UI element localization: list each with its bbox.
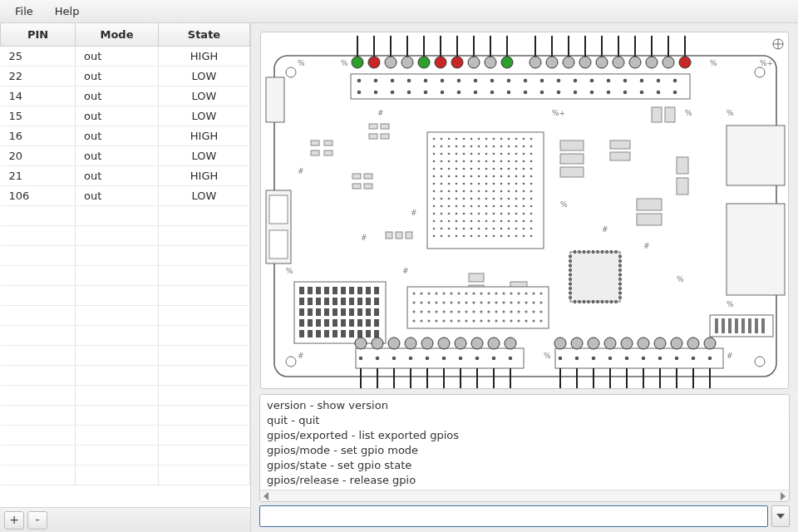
svg-point-113: [493, 138, 495, 140]
table-row[interactable]: 25outHIGH: [1, 47, 250, 66]
svg-point-101: [663, 57, 674, 68]
table-row[interactable]: 22outLOW: [1, 66, 250, 86]
svg-rect-23: [351, 74, 690, 99]
svg-point-467: [465, 310, 467, 313]
cell-pin: 25: [1, 47, 76, 66]
cell-state: LOW: [159, 66, 250, 86]
col-header-state[interactable]: State: [159, 23, 250, 47]
svg-point-505: [392, 357, 397, 361]
svg-point-435: [495, 292, 497, 294]
cell-mode: out: [76, 126, 159, 146]
svg-point-215: [523, 190, 525, 193]
svg-point-118: [530, 138, 533, 140]
svg-rect-327: [618, 283, 622, 285]
svg-point-58: [590, 91, 594, 95]
table-row[interactable]: 21outHIGH: [1, 166, 250, 186]
svg-point-156: [500, 160, 503, 163]
svg-rect-403: [299, 319, 304, 327]
svg-point-288: [441, 235, 443, 238]
svg-point-175: [433, 175, 436, 178]
col-header-mode[interactable]: Mode: [76, 23, 159, 47]
table-row[interactable]: [1, 446, 250, 466]
svg-point-494: [532, 319, 534, 322]
right-panel: %%%%+###%#%##%%%#%#%%+# version - show v…: [251, 23, 798, 532]
table-row[interactable]: 106outLOW: [1, 186, 250, 206]
cell-mode: out: [76, 47, 159, 66]
svg-point-500: [372, 337, 383, 349]
svg-point-491: [510, 319, 512, 322]
menu-file[interactable]: File: [7, 2, 42, 21]
menu-help[interactable]: Help: [47, 2, 88, 21]
svg-point-426: [427, 292, 430, 294]
table-row[interactable]: [1, 266, 250, 286]
svg-point-204: [441, 190, 443, 193]
svg-point-139: [478, 153, 480, 155]
table-row[interactable]: [1, 386, 250, 406]
svg-point-42: [657, 79, 661, 83]
table-row[interactable]: 15outLOW: [1, 106, 250, 126]
command-input[interactable]: [259, 505, 768, 527]
table-row[interactable]: 14outLOW: [1, 86, 250, 106]
svg-rect-344: [311, 150, 319, 155]
svg-rect-335: [618, 292, 622, 294]
svg-point-461: [420, 310, 422, 313]
col-header-pin[interactable]: PIN: [1, 23, 76, 47]
cell-state: HIGH: [159, 126, 250, 146]
table-row[interactable]: [1, 226, 250, 246]
svg-point-232: [441, 205, 443, 208]
svg-point-432: [472, 292, 475, 294]
svg-point-37: [574, 79, 578, 83]
left-panel: PIN Mode State 25outHIGH22outLOW14outLOW…: [0, 23, 251, 532]
svg-point-79: [468, 57, 480, 68]
svg-point-266: [485, 220, 488, 223]
svg-point-1: [286, 67, 296, 77]
svg-point-159: [523, 160, 525, 163]
table-row[interactable]: [1, 426, 250, 446]
svg-point-239: [493, 205, 495, 208]
table-row[interactable]: [1, 286, 250, 306]
table-row[interactable]: [1, 366, 250, 386]
svg-point-93: [596, 57, 608, 68]
svg-point-463: [435, 310, 437, 313]
cell-mode: out: [76, 66, 159, 86]
svg-rect-314: [569, 269, 572, 272]
remove-row-button[interactable]: -: [27, 511, 47, 530]
svg-rect-398: [341, 308, 346, 316]
svg-point-499: [359, 357, 363, 361]
table-row[interactable]: [1, 466, 250, 485]
svg-point-506: [405, 337, 416, 349]
svg-point-554: [692, 357, 696, 361]
svg-point-549: [671, 337, 682, 349]
svg-point-425: [420, 292, 422, 294]
svg-rect-22: [761, 318, 765, 333]
console-h-scrollbar[interactable]: [260, 490, 789, 501]
svg-point-48: [424, 91, 428, 95]
table-row[interactable]: 20outLOW: [1, 146, 250, 166]
svg-point-433: [480, 292, 482, 294]
add-row-button[interactable]: +: [4, 511, 24, 530]
svg-point-540: [621, 337, 633, 349]
table-row[interactable]: [1, 246, 250, 266]
svg-point-439: [525, 292, 527, 294]
svg-point-201: [523, 183, 525, 185]
table-row[interactable]: [1, 306, 250, 326]
table-row[interactable]: [1, 346, 250, 366]
svg-point-207: [463, 190, 466, 193]
svg-point-85: [530, 57, 541, 68]
svg-rect-421: [366, 330, 371, 337]
command-history-dropdown[interactable]: [771, 505, 790, 527]
table-row[interactable]: [1, 206, 250, 226]
table-row[interactable]: 16outHIGH: [1, 126, 250, 146]
svg-point-452: [487, 301, 490, 303]
svg-text:%: %: [286, 267, 293, 275]
svg-point-555: [704, 337, 716, 349]
table-row[interactable]: [1, 406, 250, 426]
svg-rect-382: [374, 287, 379, 294]
svg-rect-328: [601, 250, 603, 254]
svg-point-46: [391, 91, 395, 95]
svg-point-297: [508, 235, 510, 238]
svg-point-214: [515, 190, 518, 193]
table-row[interactable]: [1, 326, 250, 346]
svg-point-242: [515, 205, 518, 208]
svg-point-56: [557, 91, 561, 95]
